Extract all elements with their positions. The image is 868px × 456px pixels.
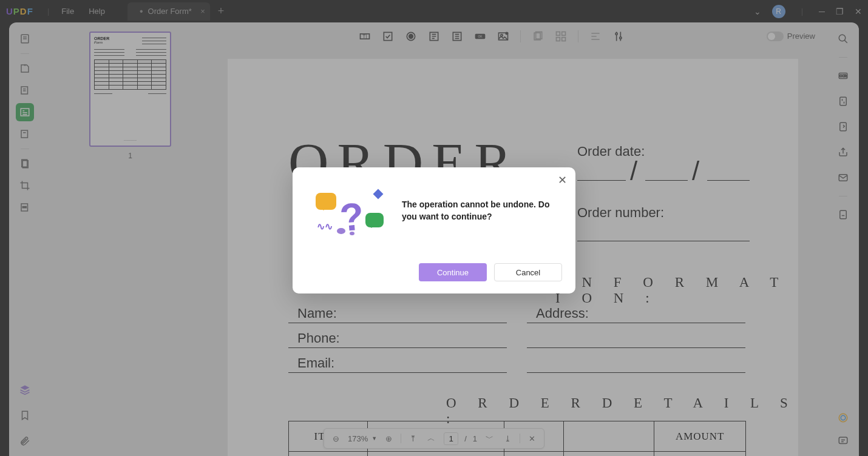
- confirmation-dialog: ✕ ? ∿∿ The operation cannot be undone. D…: [293, 167, 575, 293]
- dialog-close-icon[interactable]: ✕: [558, 173, 567, 187]
- dialog-message: The operation cannot be undone. Do you w…: [402, 186, 557, 223]
- cancel-button[interactable]: Cancel: [494, 263, 562, 281]
- continue-button[interactable]: Continue: [419, 263, 487, 281]
- question-illustration-icon: ? ∿∿: [311, 186, 390, 240]
